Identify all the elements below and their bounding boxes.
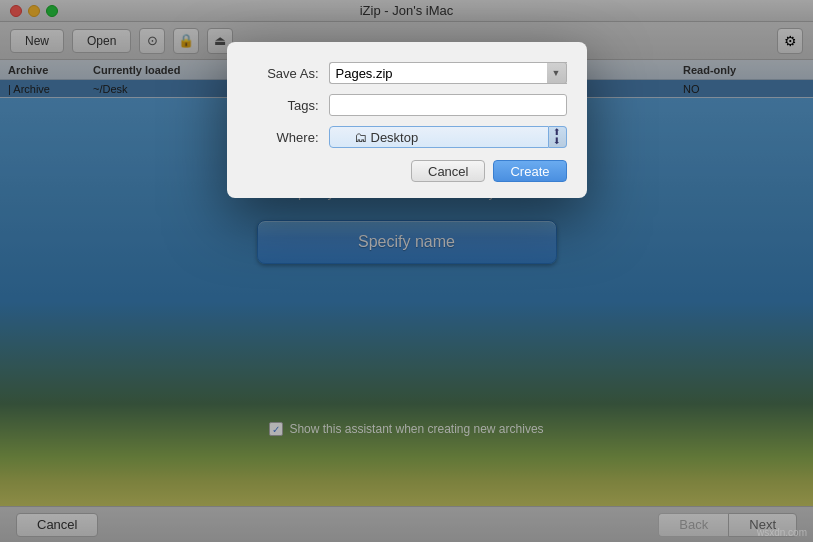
save-as-dropdown-arrow[interactable]: ▼ [547,62,567,84]
dialog-create-button[interactable]: Create [493,160,566,182]
where-folder-icon: 🗂 [354,130,367,145]
save-dialog-content: Save As: ▼ Tags: Where: 🗂 Desktop [227,42,587,198]
where-arrows-button[interactable]: ⬆⬇ [549,126,567,148]
tags-input[interactable] [329,94,567,116]
tags-row: Tags: [247,94,567,116]
where-current-folder[interactable]: 🗂 Desktop [329,126,549,148]
dialog-cancel-button[interactable]: Cancel [411,160,485,182]
where-select-wrapper: 🗂 Desktop ⬆⬇ [329,126,567,148]
save-as-row: Save As: ▼ [247,62,567,84]
save-as-input-wrapper: ▼ [329,62,567,84]
save-as-input[interactable] [329,62,567,84]
save-as-label: Save As: [247,66,319,81]
where-row: Where: 🗂 Desktop ⬆⬇ [247,126,567,148]
where-label: Where: [247,130,319,145]
watermark: wsxdn.com [757,527,807,538]
save-dialog: Save As: ▼ Tags: Where: 🗂 Desktop [227,42,587,198]
tags-label: Tags: [247,98,319,113]
dialog-buttons: Cancel Create [247,160,567,182]
